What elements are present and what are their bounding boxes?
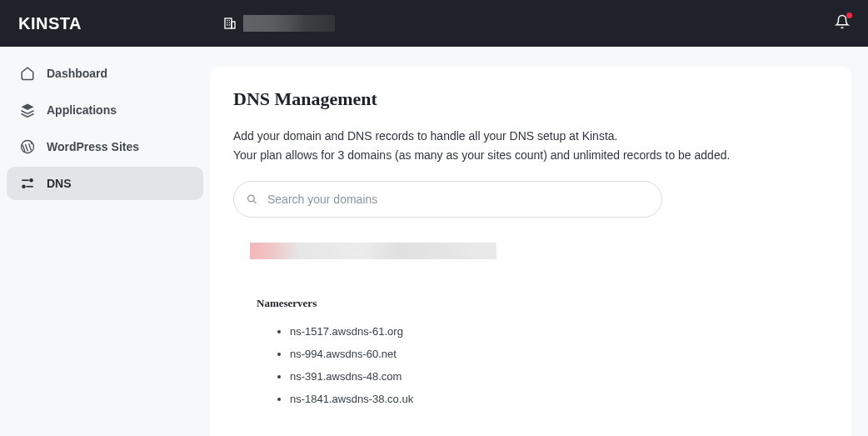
page-title: DNS Management [233, 88, 828, 110]
desc-line-1: Add your domain and DNS records to handl… [233, 129, 617, 143]
svg-rect-1 [232, 22, 235, 28]
search-icon [247, 193, 257, 204]
notification-dot [846, 13, 852, 18]
notifications-button[interactable] [835, 14, 850, 33]
building-icon [223, 17, 237, 30]
nameserver-item: ns-1841.awsdns-38.co.uk [290, 388, 828, 410]
nameservers-list: ns-1517.awsdns-61.org ns-994.awsdns-60.n… [250, 320, 828, 410]
sidebar-item-label: Dashboard [47, 67, 107, 80]
brand-logo[interactable]: KINSTA [18, 14, 82, 33]
nameservers-heading: Nameservers [257, 298, 828, 308]
sidebar-item-wordpress-sites[interactable]: WordPress Sites [7, 130, 203, 163]
page-description: Add your domain and DNS records to handl… [233, 127, 828, 165]
sidebar: Dashboard Applications WordPress Sites D… [0, 47, 210, 436]
svg-point-12 [22, 185, 25, 188]
sidebar-item-dns[interactable]: DNS [7, 167, 203, 200]
layers-icon [20, 103, 35, 118]
topbar-left: KINSTA [18, 14, 335, 33]
domain-block: Nameservers ns-1517.awsdns-61.org ns-994… [233, 243, 828, 410]
wordpress-icon [20, 139, 35, 154]
search-wrap [233, 181, 662, 218]
sidebar-item-applications[interactable]: Applications [7, 93, 203, 127]
nameserver-item: ns-391.awsdns-48.com [290, 365, 828, 388]
svg-line-14 [253, 200, 256, 203]
svg-rect-0 [225, 18, 232, 28]
sidebar-item-label: Applications [47, 103, 117, 117]
nameserver-item: ns-994.awsdns-60.net [290, 343, 828, 365]
svg-point-13 [248, 195, 255, 202]
layout: Dashboard Applications WordPress Sites D… [0, 47, 868, 436]
svg-point-10 [30, 179, 32, 182]
desc-line-2: Your plan allows for 3 domains (as many … [233, 148, 730, 162]
nameserver-item: ns-1517.awsdns-61.org [290, 320, 828, 343]
home-icon [20, 66, 35, 81]
main-content: DNS Management Add your domain and DNS r… [210, 67, 851, 436]
company-name-redacted [243, 15, 335, 32]
company-selector[interactable] [223, 15, 335, 32]
sidebar-item-dashboard[interactable]: Dashboard [7, 57, 203, 90]
sidebar-item-label: WordPress Sites [47, 140, 139, 153]
sidebar-item-label: DNS [47, 177, 72, 190]
dns-icon [20, 176, 35, 191]
topbar: KINSTA [0, 0, 868, 47]
domain-name-redacted [250, 243, 496, 259]
search-input[interactable] [233, 181, 662, 218]
